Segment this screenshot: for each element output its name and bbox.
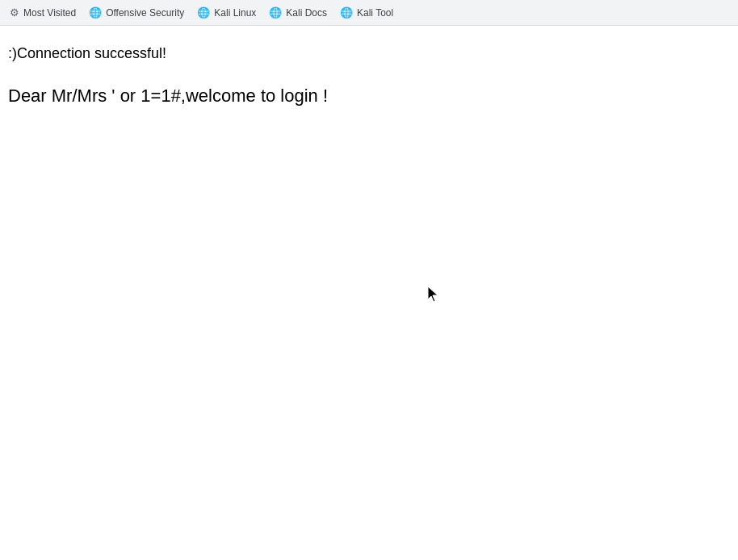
globe-icon-1: 🌐 (197, 6, 210, 19)
bookmark-most-visited-label: Most Visited (23, 7, 76, 19)
globe-icon-0: 🌐 (89, 6, 102, 19)
bookmark-most-visited[interactable]: ⚙ Most Visited (3, 3, 82, 22)
connection-text: :)Connection successful! (8, 42, 730, 65)
bookmark-kali-linux[interactable]: 🌐 Kali Linux (191, 3, 262, 22)
bookmark-offensive-security[interactable]: 🌐 Offensive Security (82, 3, 191, 22)
mouse-cursor (428, 286, 441, 303)
welcome-text: Dear Mr/Mrs ' or 1=1#,welcome to login ! (8, 81, 730, 110)
bookmark-offensive-security-label: Offensive Security (106, 7, 184, 19)
globe-icon-2: 🌐 (269, 6, 282, 19)
globe-icon-3: 🌐 (340, 6, 353, 19)
bookmark-kali-docs[interactable]: 🌐 Kali Docs (262, 3, 333, 22)
page-content: :)Connection successful! Dear Mr/Mrs ' o… (0, 26, 738, 126)
bookmark-kali-tools-label: Kali Tool (357, 7, 393, 19)
bookmark-kali-tools[interactable]: 🌐 Kali Tool (333, 3, 400, 22)
bookmarks-bar: ⚙ Most Visited 🌐 Offensive Security 🌐 Ka… (0, 0, 738, 26)
gear-icon: ⚙ (10, 6, 19, 19)
bookmark-kali-linux-label: Kali Linux (214, 7, 256, 19)
bookmark-kali-docs-label: Kali Docs (286, 7, 327, 19)
